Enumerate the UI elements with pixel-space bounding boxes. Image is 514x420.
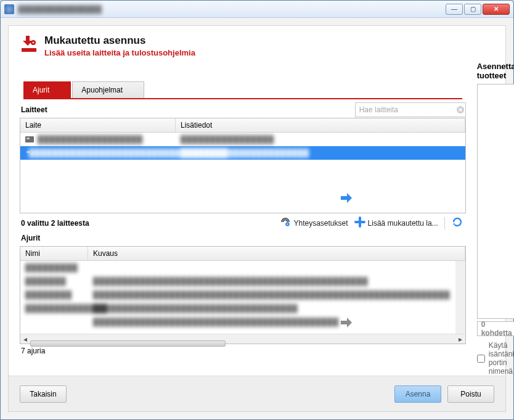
broadcast-gear-icon: [280, 216, 291, 229]
page-header: Mukautettu asennus Lisää useita laitteit…: [9, 26, 505, 64]
download-install-icon: [20, 35, 38, 53]
footer: Takaisin Asenna Poistu: [9, 376, 505, 411]
maximize-button[interactable]: ▢: [464, 4, 481, 15]
devices-col-details[interactable]: Lisätiedot: [176, 118, 465, 132]
driver-row[interactable]: ████████████████████████████████████████…: [20, 288, 455, 302]
app-icon: [4, 4, 14, 14]
plus-icon: [354, 216, 365, 229]
scroll-thumb[interactable]: [30, 340, 226, 347]
window-title: ████████████████: [18, 5, 446, 14]
add-custom-device-button[interactable]: Lisää mukautettu la...: [354, 216, 438, 229]
use-hostname-checkbox-row[interactable]: Käytä isäntänimeä portin nimenä: [477, 336, 514, 376]
svg-point-5: [287, 224, 288, 225]
products-count: 0 kohdetta: [481, 320, 514, 337]
back-button[interactable]: Takaisin: [20, 385, 67, 403]
tab-bar: Ajurit Apuohjelmat: [20, 81, 466, 98]
printer-icon: [25, 136, 34, 142]
driver-row[interactable]: ████████████████████████████████████████…: [20, 315, 455, 329]
tab-utilities[interactable]: Apuohjelmat: [72, 81, 144, 98]
main-panel: Mukautettu asennus Lisää useita laitteit…: [8, 25, 506, 412]
drivers-col-name[interactable]: Nimi: [20, 247, 88, 260]
install-button[interactable]: Asenna: [394, 385, 441, 403]
scroll-right-icon[interactable]: ▸: [455, 335, 465, 344]
device-search[interactable]: [355, 102, 466, 117]
use-hostname-label: Käytä isäntänimeä portin nimenä: [489, 341, 514, 376]
driver-row[interactable]: █████████: [20, 261, 455, 274]
exit-button[interactable]: Poistu: [447, 385, 494, 403]
device-search-input[interactable]: [356, 105, 455, 114]
vertical-scrollbar[interactable]: [457, 262, 463, 281]
drivers-table: Nimi Kuvaus █████████ ██████████████████…: [20, 246, 466, 344]
products-to-install-list[interactable]: [477, 84, 514, 319]
devices-heading: Laitteet: [20, 102, 49, 118]
use-hostname-checkbox[interactable]: [477, 355, 485, 363]
add-device-to-list-button[interactable]: [340, 191, 353, 205]
separator: [444, 217, 445, 229]
add-driver-to-list-button[interactable]: [340, 316, 353, 329]
drivers-col-desc[interactable]: Kuvaus: [88, 247, 465, 260]
client-area: Mukautettu asennus Lisää useita laitteit…: [1, 18, 513, 419]
device-row[interactable]: ██████████████████████████████████ █████…: [20, 146, 465, 160]
page-title: Mukautettu asennus: [44, 35, 195, 47]
driver-row[interactable]: ████████████████████████████████████████…: [20, 302, 455, 315]
devices-col-device[interactable]: Laite: [20, 118, 176, 132]
refresh-devices-button[interactable]: [451, 216, 463, 230]
app-window: ████████████████ — ▢ ✕ Mukautettu asennu…: [0, 0, 514, 420]
products-heading: Asennettavat tuotteet: [477, 62, 514, 80]
horizontal-scrollbar[interactable]: ◂ ▸: [20, 334, 465, 344]
drivers-body[interactable]: █████████ ██████████████████████████████…: [20, 261, 465, 334]
products-count-row: 0 kohdetta: [477, 321, 514, 336]
refresh-icon: [451, 216, 463, 230]
tab-drivers[interactable]: Ajurit: [23, 81, 71, 98]
page-subtitle: Lisää useita laitteita ja tulostusohjelm…: [44, 48, 195, 57]
device-row[interactable]: ██████████████████ ████████████████: [20, 133, 465, 146]
devices-table: Laite Lisätiedot ██████████████████ ████…: [20, 118, 466, 213]
close-button[interactable]: ✕: [483, 4, 510, 15]
titlebar[interactable]: ████████████████ — ▢ ✕: [1, 1, 513, 18]
devices-selection-status: 0 valittu 2 laitteesta: [20, 216, 91, 230]
svg-rect-0: [22, 48, 36, 52]
drivers-heading: Ajurit: [20, 230, 466, 246]
scroll-left-icon[interactable]: ◂: [20, 335, 30, 344]
clear-search-icon[interactable]: [455, 103, 465, 117]
svg-point-2: [33, 42, 35, 44]
minimize-button[interactable]: —: [446, 4, 463, 15]
driver-row[interactable]: ████████████████████████████████████████…: [20, 274, 455, 288]
